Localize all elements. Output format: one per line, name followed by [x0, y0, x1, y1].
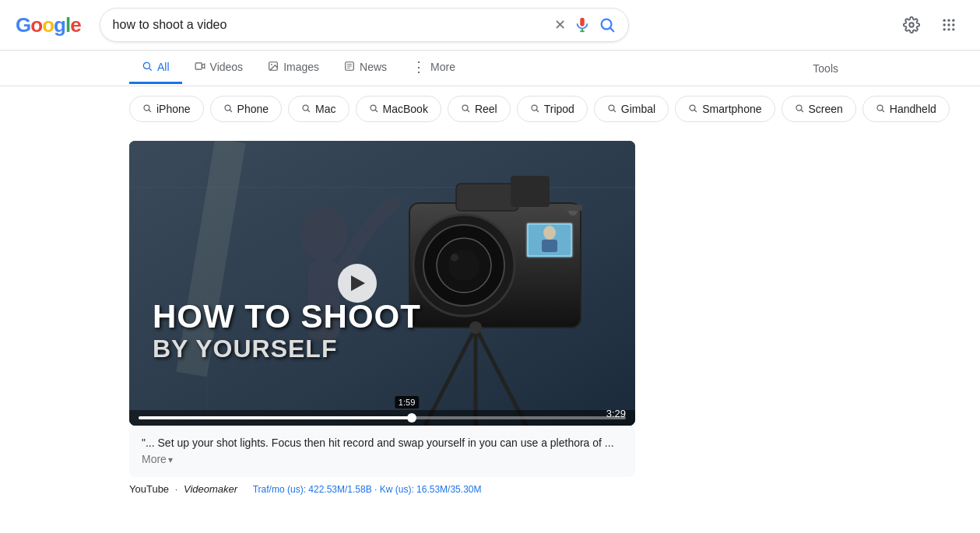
svg-point-13	[952, 28, 954, 30]
chip-search-icon	[876, 103, 885, 115]
clear-button[interactable]: ✕	[554, 16, 566, 33]
source-line: YouTube · Videomaker Traf/mo (us): 422.5…	[129, 477, 635, 501]
chip-mac[interactable]: Mac	[288, 96, 349, 122]
chip-gimbal-label: Gimbal	[621, 103, 655, 115]
chip-tripod-label: Tripod	[544, 103, 574, 115]
header-right	[896, 9, 964, 40]
tab-news-label: News	[360, 61, 387, 73]
video-progress-area: 1:59 3:29	[129, 410, 635, 426]
settings-button[interactable]	[896, 9, 927, 40]
progress-fill	[139, 416, 412, 419]
chip-screen-label: Screen	[809, 103, 843, 115]
more-link[interactable]: More ▾	[142, 451, 173, 468]
chip-iphone[interactable]: iPhone	[129, 96, 204, 122]
chip-macbook[interactable]: MacBook	[356, 96, 441, 122]
chip-smartphone[interactable]: Smartphone	[675, 96, 775, 122]
svg-point-11	[943, 28, 946, 30]
video-subtitle-big: BY YOURSELF	[153, 335, 421, 363]
video-text-overlay: HOW TO SHOOT BY YOURSELF	[153, 299, 421, 363]
google-logo: Google	[16, 13, 81, 37]
svg-point-10	[952, 23, 954, 26]
search-button[interactable]	[599, 16, 616, 33]
tools-label: Tools	[813, 62, 838, 75]
chip-screen[interactable]: Screen	[782, 96, 856, 122]
svg-point-7	[952, 19, 954, 22]
svg-rect-50	[511, 176, 550, 207]
chip-phone-label: Phone	[237, 103, 269, 115]
tools-button[interactable]: Tools	[800, 54, 851, 82]
videos-icon	[195, 61, 205, 74]
main-content: HOW TO SHOOT BY YOURSELF 1:59 3:29	[0, 131, 980, 510]
chip-smartphone-label: Smartphone	[702, 103, 761, 115]
svg-line-38	[694, 110, 697, 112]
voice-search-button[interactable]	[574, 16, 591, 33]
search-icons: ✕	[554, 16, 616, 33]
chip-iphone-label: iPhone	[156, 103, 191, 115]
svg-line-30	[375, 110, 378, 112]
play-triangle-icon	[351, 275, 365, 291]
tab-all[interactable]: All	[129, 53, 182, 84]
play-button[interactable]	[338, 264, 377, 303]
kw-label: Kw	[380, 484, 393, 495]
chip-gimbal[interactable]: Gimbal	[594, 96, 669, 122]
chip-search-icon	[688, 103, 697, 115]
tab-images-label: Images	[283, 61, 319, 73]
svg-line-34	[536, 110, 539, 112]
chip-search-icon	[223, 103, 233, 115]
svg-line-15	[149, 68, 151, 70]
svg-line-40	[801, 110, 803, 112]
news-icon	[344, 61, 355, 74]
kw-separator: ·	[374, 484, 380, 495]
google-apps-button[interactable]	[933, 9, 964, 40]
video-duration: 3:29	[606, 408, 626, 419]
video-caption: "... Set up your shot lights. Focus then…	[129, 426, 635, 477]
search-input[interactable]: how to shoot a video	[113, 18, 554, 32]
svg-line-24	[149, 110, 151, 112]
svg-point-12	[947, 28, 950, 30]
chip-mac-label: Mac	[315, 103, 335, 115]
search-icon	[599, 16, 616, 33]
svg-point-55	[451, 254, 458, 261]
more-label: More	[142, 451, 167, 468]
svg-point-8	[943, 23, 946, 26]
svg-point-18	[271, 64, 272, 65]
traf-kw-info: Traf/mo (us): 422.53M/1.58B · Kw (us): 1…	[253, 484, 482, 495]
video-bg: HOW TO SHOOT BY YOURSELF 1:59 3:29	[129, 141, 635, 426]
tab-videos[interactable]: Videos	[182, 53, 256, 84]
progress-bar[interactable]: 1:59	[139, 416, 626, 419]
chip-search-icon	[607, 103, 616, 115]
nav-tabs: All Videos Images	[0, 51, 980, 86]
svg-line-4	[610, 28, 613, 31]
svg-point-65	[469, 321, 482, 334]
tab-more[interactable]: ⋮ More	[399, 51, 468, 86]
search-chips: iPhone Phone Mac MacBook Reel Tripod Gim…	[0, 86, 980, 131]
tab-all-label: All	[157, 61, 170, 73]
tab-images[interactable]: Images	[255, 53, 332, 84]
svg-line-42	[882, 110, 884, 112]
tab-news[interactable]: News	[332, 53, 399, 84]
svg-line-32	[467, 110, 469, 112]
chip-tripod[interactable]: Tripod	[517, 96, 588, 122]
svg-point-46	[300, 207, 347, 261]
current-time-badge: 1:59	[395, 396, 419, 409]
svg-line-28	[307, 110, 310, 112]
chip-reel-label: Reel	[475, 103, 497, 115]
chip-reel[interactable]: Reel	[448, 96, 511, 122]
progress-thumb[interactable]: 1:59	[407, 413, 416, 423]
chip-handheld[interactable]: Handheld	[862, 96, 950, 122]
video-thumbnail[interactable]: HOW TO SHOOT BY YOURSELF 1:59 3:29	[129, 141, 635, 426]
chip-search-icon	[530, 103, 539, 115]
chip-search-icon	[795, 103, 804, 115]
chip-search-icon	[301, 103, 311, 115]
chip-search-icon	[461, 103, 470, 115]
header: Google how to shoot a video ✕	[0, 0, 980, 51]
chip-search-icon	[369, 103, 378, 115]
chip-phone[interactable]: Phone	[210, 96, 282, 122]
images-icon	[268, 61, 279, 74]
source-site: Videomaker	[184, 483, 237, 495]
svg-rect-59	[542, 240, 557, 252]
tab-videos-label: Videos	[210, 61, 244, 73]
svg-point-6	[947, 19, 950, 22]
svg-rect-49	[456, 184, 518, 211]
chevron-down-icon: ▾	[168, 453, 173, 467]
